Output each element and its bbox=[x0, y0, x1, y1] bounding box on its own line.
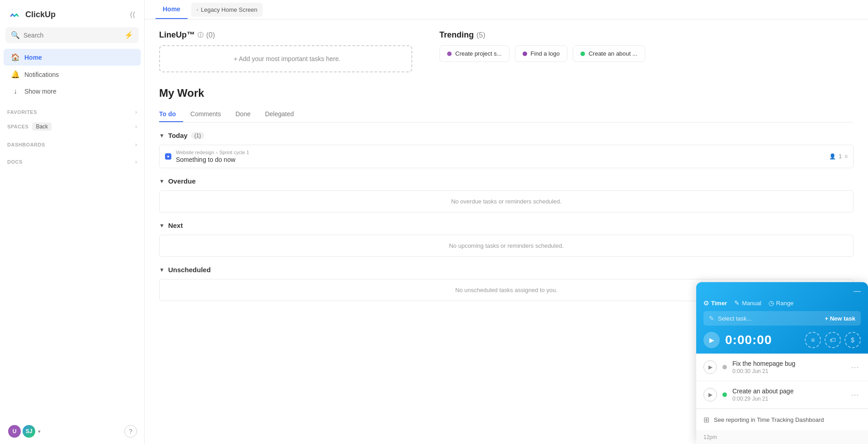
timer-new-task-button[interactable]: + New task bbox=[825, 315, 855, 322]
timer-mode-timer[interactable]: ⊙ Timer bbox=[703, 299, 727, 307]
app-name: ClickUp bbox=[25, 10, 56, 19]
sidebar-item-home[interactable]: 🏠 Home bbox=[4, 49, 141, 66]
work-tab-todo[interactable]: To do bbox=[159, 107, 183, 122]
legacy-chevron-icon: ‹ bbox=[197, 7, 198, 12]
back-button[interactable]: Back bbox=[32, 123, 52, 131]
search-input[interactable] bbox=[24, 32, 121, 39]
overdue-header[interactable]: ▼ Overdue bbox=[159, 177, 854, 185]
trending-item-0[interactable]: Create project s... bbox=[439, 45, 509, 62]
docs-chevron-icon: › bbox=[135, 159, 137, 165]
tab-home[interactable]: Home bbox=[156, 0, 188, 19]
timer-panel: — ⊙ Timer ✎ Manual ◷ Range ✎ Select task… bbox=[696, 282, 868, 444]
entry-dot-1 bbox=[722, 392, 727, 397]
tab-legacy-home[interactable]: ‹ Legacy Home Screen bbox=[191, 3, 263, 17]
trending-section: Trending (5) Create project s... Find a … bbox=[439, 30, 854, 76]
timer-description-button[interactable]: ≡ bbox=[805, 332, 821, 348]
checkbox-icon: ● bbox=[167, 154, 169, 159]
task-name: Something to do now bbox=[176, 156, 249, 163]
overdue-section: ▼ Overdue No overdue tasks or reminders … bbox=[159, 177, 854, 213]
chevron-down-icon: ↓ bbox=[11, 87, 20, 95]
task-details: Website redesign › Sprint cycle 1 Someth… bbox=[176, 150, 249, 163]
trending-item-2[interactable]: Create an about ... bbox=[573, 45, 645, 62]
assignee-count: 1 bbox=[839, 153, 842, 160]
help-button[interactable]: ? bbox=[124, 425, 137, 438]
timer-tag-button[interactable]: 🏷 bbox=[825, 332, 841, 348]
sidebar-item-notifications[interactable]: 🔔 Notifications bbox=[4, 66, 141, 83]
work-tabs: To do Comments Done Delegated bbox=[159, 107, 854, 123]
task-checkbox[interactable]: ● bbox=[165, 153, 171, 160]
timeline-time: 12pm bbox=[703, 434, 717, 440]
avatar-dropdown-icon: ▾ bbox=[38, 429, 41, 435]
today-section: ▼ Today (1) ● Website redesign › Sprint … bbox=[159, 132, 854, 168]
entry-name-0: Fix the homepage bug bbox=[732, 360, 844, 367]
task-path-part1: Website redesign bbox=[176, 150, 214, 155]
sidebar-item-show-more-label: Show more bbox=[24, 88, 57, 95]
docs-label: DOCS bbox=[7, 159, 23, 165]
trending-item-1[interactable]: Find a logo bbox=[515, 45, 567, 62]
timer-mode-manual[interactable]: ✎ Manual bbox=[734, 299, 761, 307]
dashboards-section[interactable]: DASHBOARDS › bbox=[0, 138, 144, 151]
avatar-group[interactable]: U SJ ▾ bbox=[7, 424, 41, 439]
next-header[interactable]: ▼ Next bbox=[159, 222, 854, 229]
today-count: (1) bbox=[191, 132, 204, 139]
entry-play-button-1[interactable]: ▶ bbox=[703, 388, 717, 401]
timer-billable-button[interactable]: $ bbox=[844, 332, 861, 348]
work-tab-delegated[interactable]: Delegated bbox=[258, 107, 301, 122]
timer-icon: ⊙ bbox=[703, 299, 709, 307]
timer-mode-manual-label: Manual bbox=[742, 300, 761, 307]
favorites-section[interactable]: FAVORITES › bbox=[0, 105, 144, 119]
work-tab-done[interactable]: Done bbox=[228, 107, 258, 122]
spaces-section[interactable]: SPACES Back › bbox=[0, 119, 144, 134]
timer-actions: ≡ 🏷 $ bbox=[805, 332, 861, 348]
sidebar-collapse-button[interactable]: ⟨⟨ bbox=[128, 9, 137, 21]
top-tabs-bar: Home ‹ Legacy Home Screen bbox=[145, 0, 868, 19]
timer-display: 0:00:00 bbox=[725, 333, 799, 347]
timer-entries: ▶ Fix the homepage bug 0:00:30 Jun 21 ⋯ … bbox=[696, 354, 868, 444]
trending-title: Trending (5) bbox=[439, 30, 854, 40]
docs-section[interactable]: DOCS › bbox=[0, 155, 144, 169]
favorites-chevron-icon: › bbox=[135, 109, 137, 115]
lineup-title-text: LineUp™ bbox=[159, 30, 195, 40]
overdue-chevron-icon: ▼ bbox=[159, 178, 165, 184]
timer-mode-range[interactable]: ◷ Range bbox=[769, 299, 793, 307]
search-bar[interactable]: 🔍 ⚡ bbox=[5, 27, 139, 43]
timer-play-button[interactable]: ▶ bbox=[703, 332, 720, 348]
unscheduled-header[interactable]: ▼ Unscheduled bbox=[159, 266, 854, 274]
timer-mode-timer-label: Timer bbox=[711, 300, 727, 307]
lineup-placeholder: + Add your most important tasks here. bbox=[234, 55, 340, 62]
task-meta: 👤 1 ≡ bbox=[829, 153, 848, 160]
timer-display-row: ▶ 0:00:00 ≡ 🏷 $ bbox=[703, 332, 861, 348]
timer-task-row: ✎ Select task... + New task bbox=[703, 311, 861, 326]
lineup-count: (0) bbox=[206, 31, 215, 39]
svg-point-0 bbox=[7, 7, 22, 22]
list-item: ▶ Create an about page 0:00:29 Jun 21 ⋯ bbox=[696, 381, 868, 409]
bell-icon: 🔔 bbox=[11, 70, 20, 79]
trending-label-1: Find a logo bbox=[531, 50, 560, 57]
list-item: ▶ Fix the homepage bug 0:00:30 Jun 21 ⋯ bbox=[696, 354, 868, 381]
timer-modes: ⊙ Timer ✎ Manual ◷ Range bbox=[703, 299, 861, 307]
entry-more-button-0[interactable]: ⋯ bbox=[849, 362, 861, 372]
sidebar-item-show-more[interactable]: ↓ Show more bbox=[4, 83, 141, 99]
table-row: ● Website redesign › Sprint cycle 1 Some… bbox=[159, 145, 854, 168]
today-header[interactable]: ▼ Today (1) bbox=[159, 132, 854, 139]
assignee-icon: 👤 bbox=[829, 153, 836, 160]
spaces-chevron-icon: › bbox=[135, 123, 137, 130]
lineup-add-box[interactable]: + Add your most important tasks here. bbox=[159, 45, 412, 72]
unscheduled-label: Unscheduled bbox=[168, 266, 211, 274]
entry-play-button-0[interactable]: ▶ bbox=[703, 360, 717, 374]
avatar-sj[interactable]: SJ bbox=[22, 424, 36, 439]
timer-close-button[interactable]: — bbox=[854, 288, 861, 295]
lineup-title: LineUp™ ⓘ (0) bbox=[159, 30, 412, 40]
reporting-link[interactable]: ⊞ See reporting in Time Tracking Dashboa… bbox=[696, 409, 868, 430]
timer-select-task[interactable]: Select task... bbox=[718, 315, 821, 322]
sidebar-header: ClickUp ⟨⟨ bbox=[0, 0, 144, 27]
task-select-icon: ✎ bbox=[709, 315, 714, 322]
overdue-empty: No overdue tasks or reminders scheduled. bbox=[159, 190, 854, 213]
entry-more-button-1[interactable]: ⋯ bbox=[849, 390, 861, 400]
sidebar-item-notifications-label: Notifications bbox=[24, 71, 59, 78]
avatar-u[interactable]: U bbox=[7, 424, 22, 439]
work-tab-comments[interactable]: Comments bbox=[183, 107, 228, 122]
top-row: LineUp™ ⓘ (0) + Add your most important … bbox=[159, 30, 854, 87]
task-path-part2: Sprint cycle 1 bbox=[219, 150, 249, 155]
unscheduled-chevron-icon: ▼ bbox=[159, 267, 165, 273]
